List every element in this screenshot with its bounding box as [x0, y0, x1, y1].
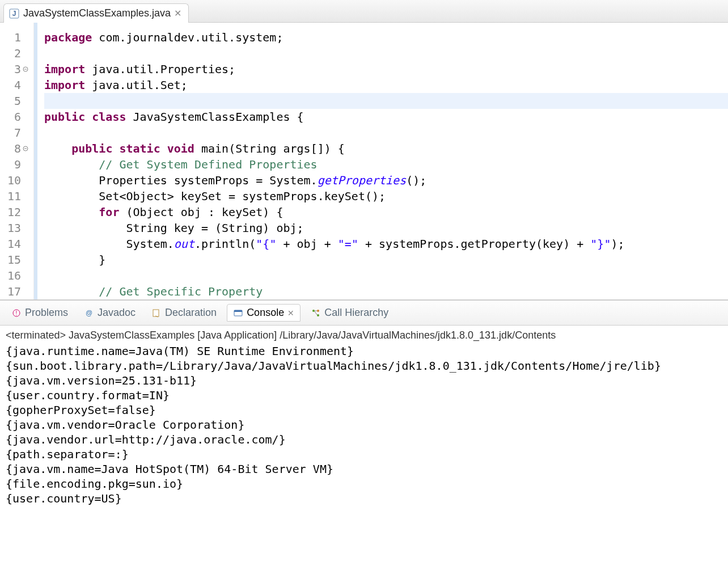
gutter-row: 13 — [0, 220, 31, 236]
declaration-icon — [151, 308, 162, 318]
code-line[interactable]: package com.journaldev.util.system; — [44, 29, 728, 45]
view-tab-label: Call Hierarchy — [324, 307, 388, 319]
svg-point-12 — [312, 310, 315, 312]
editor-tab-label: JavaSystemClassExamples.java — [23, 7, 171, 19]
view-tab-problems[interactable]: ! Problems — [6, 305, 74, 321]
svg-point-14 — [317, 314, 319, 316]
line-number: 6 — [14, 109, 21, 125]
code-line[interactable]: public class JavaSystemClassExamples { — [44, 109, 728, 125]
line-number: 14 — [7, 236, 21, 252]
gutter-row: 12 — [0, 204, 31, 220]
line-number: 9 — [14, 157, 21, 172]
gutter-row: 6 — [0, 109, 31, 125]
fold-marker[interactable] — [22, 145, 29, 152]
console-output: {java.runtime.name=Java(TM) SE Runtime E… — [6, 344, 722, 506]
console-line: {java.vm.vendor=Oracle Corporation} — [6, 417, 722, 432]
svg-text:@: @ — [86, 309, 92, 317]
view-tab-javadoc[interactable]: @ Javadoc — [78, 305, 141, 321]
svg-text:!: ! — [16, 310, 18, 316]
console-line: {path.separator=:} — [6, 447, 722, 462]
line-number: 8 — [14, 141, 21, 157]
fold-marker — [22, 193, 29, 200]
fold-marker — [22, 225, 29, 231]
editor-tab-active[interactable]: J JavaSystemClassExamples.java ✕ — [3, 3, 189, 23]
fold-marker — [22, 82, 29, 88]
gutter-row: 8 — [0, 141, 31, 157]
console-line: {file.encoding.pkg=sun.io} — [6, 476, 722, 491]
code-line[interactable]: public static void main(String args[]) { — [44, 141, 728, 157]
code-line[interactable]: Set<Object> keySet = systemProps.keySet(… — [44, 188, 728, 204]
fold-marker — [22, 272, 29, 279]
fold-marker[interactable] — [22, 66, 29, 73]
editor-tab-bar: J JavaSystemClassExamples.java ✕ — [0, 0, 728, 23]
fold-marker — [22, 288, 29, 295]
code-line[interactable]: Properties systemProps = System.getPrope… — [44, 172, 728, 188]
code-line[interactable] — [44, 268, 728, 284]
close-icon[interactable]: ✕ — [174, 8, 181, 19]
line-number: 16 — [7, 268, 21, 284]
line-number: 4 — [14, 77, 21, 93]
code-line[interactable]: System.out.println("{" + obj + "=" + sys… — [44, 236, 728, 252]
console-run-header: <terminated> JavaSystemClassExamples [Ja… — [6, 328, 722, 344]
javadoc-icon: @ — [84, 308, 94, 318]
view-tab-label: Declaration — [165, 307, 217, 319]
bottom-panel: ! Problems @ Javadoc Declaration Console… — [0, 300, 728, 508]
console-line: {java.vm.version=25.131-b11} — [6, 373, 722, 388]
svg-text:J: J — [12, 10, 16, 18]
gutter-row: 10 — [0, 172, 31, 188]
console-icon — [233, 308, 243, 318]
fold-marker — [22, 113, 29, 120]
gutter-row: 2 — [0, 45, 31, 61]
view-tab-console[interactable]: Console ✕ — [227, 304, 300, 322]
fold-marker — [22, 50, 29, 57]
line-number: 2 — [14, 45, 21, 61]
line-number: 3 — [14, 61, 21, 77]
console-line: {sun.boot.library.path=/Library/Java/Jav… — [6, 358, 722, 373]
fold-marker — [22, 209, 29, 216]
line-number: 11 — [7, 188, 21, 204]
call-hierarchy-icon — [311, 308, 321, 318]
svg-rect-9 — [153, 310, 159, 316]
problems-icon: ! — [11, 308, 22, 318]
gutter-row: 16 — [0, 268, 31, 284]
console-line: {user.country=US} — [6, 491, 722, 506]
svg-point-13 — [317, 310, 319, 312]
code-line[interactable]: for (Object obj : keySet) { — [44, 204, 728, 220]
code-line[interactable]: import java.util.Properties; — [44, 61, 728, 77]
console-line: {user.country.format=IN} — [6, 388, 722, 403]
code-line[interactable]: // Get Specific Property — [44, 284, 728, 299]
fold-marker — [22, 129, 29, 136]
gutter-row: 3 — [0, 61, 31, 77]
code-line[interactable] — [44, 125, 728, 141]
line-number: 12 — [7, 204, 21, 220]
editor-body[interactable]: 1234567891011121314151617 package com.jo… — [0, 23, 728, 299]
code-line[interactable] — [44, 93, 728, 109]
view-tab-call-hierarchy[interactable]: Call Hierarchy — [305, 305, 394, 321]
code-area[interactable]: package com.journaldev.util.system;impor… — [34, 23, 728, 299]
line-number: 1 — [14, 29, 21, 45]
gutter-row: 14 — [0, 236, 31, 252]
line-number: 5 — [14, 93, 21, 109]
gutter-row: 4 — [0, 77, 31, 93]
line-number: 15 — [7, 252, 21, 268]
close-icon[interactable]: ✕ — [287, 309, 294, 318]
console-line: {java.vm.name=Java HotSpot(TM) 64-Bit Se… — [6, 462, 722, 476]
console-body[interactable]: <terminated> JavaSystemClassExamples [Ja… — [0, 326, 728, 508]
gutter-row: 9 — [0, 157, 31, 172]
view-tab-declaration[interactable]: Declaration — [146, 305, 222, 321]
fold-marker — [22, 161, 29, 168]
fold-marker — [22, 256, 29, 263]
view-tab-label: Console — [247, 307, 284, 319]
code-line[interactable]: } — [44, 252, 728, 268]
code-line[interactable]: import java.util.Set; — [44, 77, 728, 93]
gutter-row: 15 — [0, 252, 31, 268]
views-tab-bar: ! Problems @ Javadoc Declaration Console… — [0, 301, 728, 326]
view-tab-label: Javadoc — [98, 307, 136, 319]
code-line[interactable]: String key = (String) obj; — [44, 220, 728, 236]
line-number: 17 — [7, 284, 21, 299]
code-line[interactable]: // Get System Defined Properties — [44, 157, 728, 172]
svg-rect-11 — [234, 310, 242, 312]
line-number: 10 — [7, 172, 21, 188]
console-line: {java.runtime.name=Java(TM) SE Runtime E… — [6, 344, 722, 358]
code-line[interactable] — [44, 45, 728, 61]
